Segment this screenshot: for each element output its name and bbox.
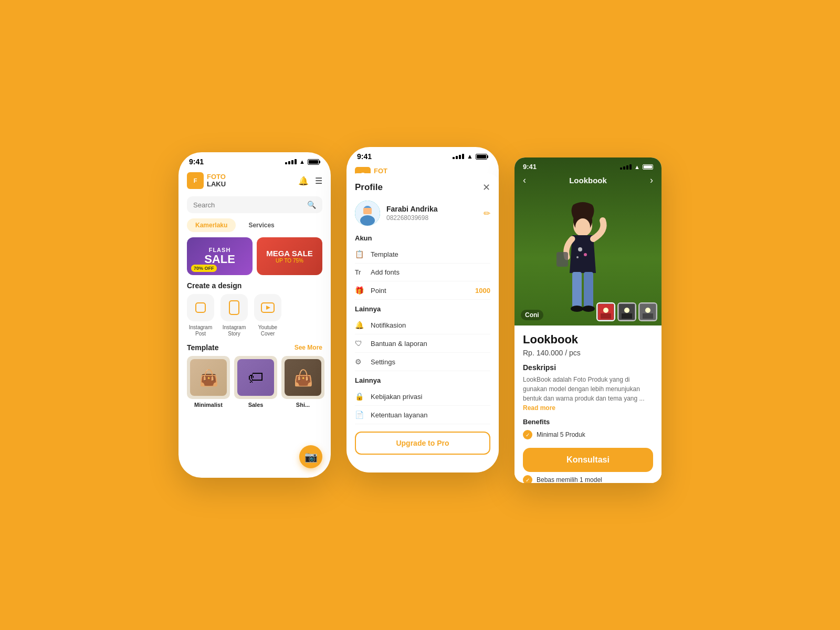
mega-sale-title: MEGA SALE [266, 249, 313, 258]
menu-item-add-fonts[interactable]: Tr Add fonts [355, 264, 490, 281]
desc-title: Deskripsi [523, 363, 653, 372]
menu-item-notif[interactable]: 🔔 Notifikasion [355, 316, 490, 334]
benefit-check-1: ✓ [523, 430, 532, 439]
benefit-2: ✓ Bebas memilih 1 model [523, 475, 653, 483]
profile-user: Farabi Andrika 082268039698 ✏ [355, 201, 490, 226]
instagram-story-label: InstagramStory [223, 324, 246, 337]
template-card-sales[interactable]: 🏷 Sales [234, 356, 277, 408]
notif-label: Notifikasion [371, 321, 490, 329]
status-bar-2: 9:41 ▲ [346, 147, 499, 164]
terms-label: Ketentuan layanan [371, 411, 490, 419]
svg-point-12 [578, 247, 582, 251]
search-input-1[interactable] [193, 201, 303, 209]
menu-item-template[interactable]: 📋 Template [355, 245, 490, 264]
status-time-3: 9:41 [523, 163, 537, 171]
menu-item-terms[interactable]: 📄 Ketentuan layanan [355, 406, 490, 424]
bantuan-label: Bantuan & laporan [371, 340, 490, 348]
sales-thumb: 🏷 [234, 356, 277, 399]
minimalist-thumb: 👜 [187, 356, 230, 399]
menu-icon[interactable]: ☰ [315, 176, 322, 186]
mega-sale-banner[interactable]: MEGA SALE UP TO 75% [257, 237, 322, 275]
svg-point-7 [360, 215, 375, 226]
p3-thumbnails [596, 302, 657, 321]
phone-2: 9:41 ▲ F FOT LAK [346, 147, 499, 472]
product-price: Rp. 140.000 / pcs [523, 349, 653, 357]
see-more-btn[interactable]: See More [295, 344, 322, 351]
menu-item-point[interactable]: 🎁 Point 1000 [355, 281, 490, 300]
profile-phone: 082268039698 [386, 214, 477, 222]
design-item-instagram-story[interactable]: InstagramStory [220, 294, 248, 337]
lainnya-section-title: Lainnya [355, 305, 490, 313]
search-bar-1[interactable]: 🔍 [187, 196, 322, 213]
back-btn[interactable]: ‹ [523, 175, 526, 186]
benefit-check-2: ✓ [523, 475, 532, 483]
instagram-post-icon [187, 294, 214, 321]
add-fonts-label: Add fonts [371, 268, 490, 276]
design-icons-row: InstagramPost InstagramStory YoutubeCove… [178, 294, 331, 343]
benefit-text-2: Bebas memilih 1 model [537, 476, 602, 483]
svg-point-24 [624, 308, 629, 313]
svg-rect-8 [363, 208, 372, 214]
design-item-instagram-post[interactable]: InstagramPost [187, 294, 214, 337]
konsultasi-btn[interactable]: Konsultasi [523, 448, 653, 472]
p3-nav: ‹ Lookbook › [514, 171, 662, 190]
signal-icon-2 [453, 154, 464, 159]
privacy-icon: 🔒 [355, 392, 365, 401]
menu-item-privacy[interactable]: 🔒 Kebijakan privasi [355, 387, 490, 406]
discount-badge: 70% OFF [191, 265, 217, 272]
svg-rect-25 [622, 313, 632, 319]
status-time-1: 9:41 [189, 158, 204, 166]
lookbook-info: Lookbook Rp. 140.000 / pcs Deskripsi Loo… [514, 326, 662, 483]
edit-profile-btn[interactable]: ✏ [484, 208, 490, 218]
minimalist-label: Minimalist [187, 402, 230, 408]
wifi-icon-3: ▲ [634, 164, 640, 170]
template-card-minimalist[interactable]: 👜 Minimalist [187, 356, 230, 408]
svg-point-27 [645, 308, 650, 313]
menu-item-settings[interactable]: ⚙ Settings [355, 353, 490, 371]
menu-item-bantuan[interactable]: 🛡 Bantuan & laporan [355, 334, 490, 353]
design-item-youtube-cover[interactable]: YoutubeCover [254, 294, 281, 337]
read-more-btn[interactable]: Read more [523, 404, 555, 412]
thumb-1[interactable] [596, 302, 615, 321]
instagram-story-icon [220, 294, 248, 321]
privacy-label: Kebijakan privasi [371, 393, 490, 401]
close-profile-btn[interactable]: ✕ [482, 182, 490, 193]
thumb-2[interactable] [617, 302, 636, 321]
bell-icon[interactable]: 🔔 [298, 176, 309, 186]
svg-rect-15 [572, 272, 582, 309]
point-icon: 🎁 [355, 286, 365, 295]
thumb-3[interactable] [638, 302, 657, 321]
template-card-fashion[interactable]: 👜 Shi... [281, 356, 324, 408]
profile-title: Profile [355, 182, 383, 193]
mega-sale-sub: UP TO 75% [266, 258, 313, 264]
svg-point-17 [571, 306, 583, 312]
create-section-title: Create a design [178, 281, 331, 294]
svg-point-18 [582, 306, 595, 312]
tab-services[interactable]: Services [240, 218, 282, 232]
forward-btn[interactable]: › [650, 175, 653, 186]
sales-label: Sales [234, 402, 277, 408]
coni-label: Coni [521, 310, 543, 320]
banner-row: FLASH SALE 70% OFF MEGA SALE UP TO 75% [178, 237, 331, 281]
svg-rect-16 [584, 272, 593, 309]
svg-point-11 [575, 218, 590, 235]
upgrade-to-pro-btn[interactable]: Upgrade to Pro [355, 432, 490, 455]
point-badge: 1000 [475, 287, 490, 295]
benefits-title: Benefits [523, 418, 653, 426]
battery-icon-2 [476, 154, 488, 160]
benefit-text-1: Minimal 5 Produk [537, 431, 585, 438]
point-label: Point [371, 287, 470, 295]
signal-icon-3 [620, 164, 632, 170]
tab-kamerlaku[interactable]: Kamerlaku [187, 218, 236, 232]
status-icons-2: ▲ [453, 153, 488, 160]
search-icon-1: 🔍 [307, 201, 316, 209]
svg-point-21 [603, 308, 608, 313]
flash-sale-banner[interactable]: FLASH SALE 70% OFF [187, 237, 253, 275]
header-icons: 🔔 ☰ [298, 176, 322, 186]
camera-fab[interactable]: 📷 [299, 445, 322, 468]
template-header: Template See More [178, 343, 331, 356]
svg-rect-1 [229, 301, 239, 314]
phone-1: 9:41 ▲ F FOTO LAKU [178, 152, 331, 478]
svg-point-14 [576, 256, 579, 258]
lookbook-image-section: 9:41 ▲ [514, 158, 662, 326]
